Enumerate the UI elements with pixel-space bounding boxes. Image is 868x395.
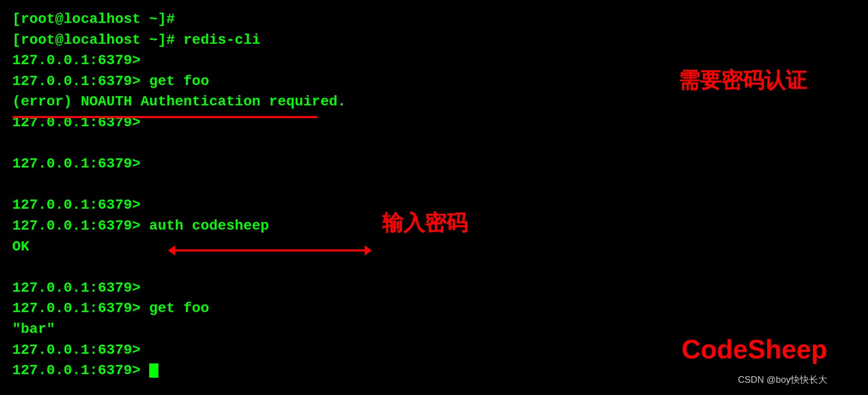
terminal-window: [root@localhost ~]# [root@localhost ~]# … — [0, 0, 868, 395]
annotation-enter-password: 输入密码 — [382, 209, 468, 237]
auth-arrow — [173, 249, 367, 251]
terminal-line: [root@localhost ~]# redis-cli — [12, 30, 856, 51]
annotation-need-password: 需要密码认证 — [679, 66, 807, 95]
terminal-line-get-foo: 127.0.0.1:6379> get foo — [12, 298, 856, 319]
terminal-line: 127.0.0.1:6379> — [12, 278, 856, 299]
terminal-line-error: (error) NOAUTH Authentication required. — [12, 92, 856, 112]
terminal-line: [root@localhost ~]# — [12, 9, 856, 30]
terminal-line — [12, 133, 856, 154]
terminal-line — [12, 257, 856, 278]
csdn-label: CSDN @boy快快长大 — [738, 374, 827, 386]
terminal-line-ok: OK — [12, 237, 856, 258]
terminal-line — [12, 175, 856, 195]
brand-label: CodeSheep — [682, 334, 827, 364]
terminal-line: 127.0.0.1:6379> — [12, 154, 856, 175]
terminal-cursor — [149, 363, 158, 378]
error-underline — [12, 116, 318, 118]
